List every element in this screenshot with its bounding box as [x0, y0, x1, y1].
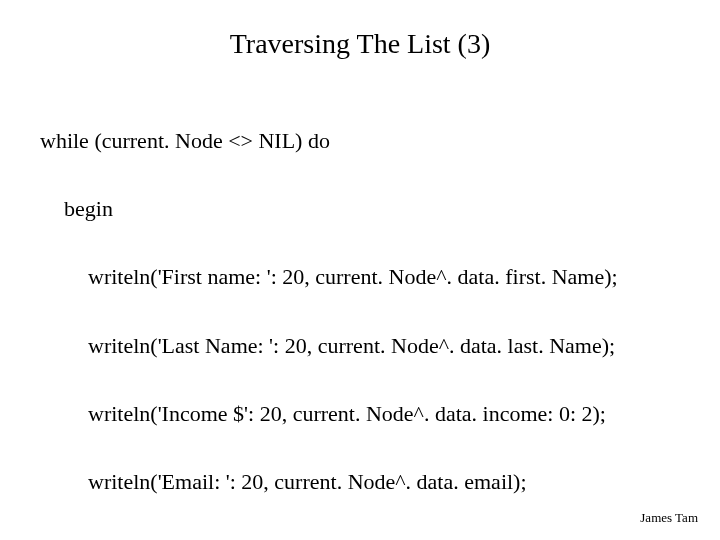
- code-line: writeln('Income $': 20, current. Node^. …: [40, 397, 680, 431]
- slide-title: Traversing The List (3): [0, 28, 720, 60]
- code-line: writeln('Last Name: ': 20, current. Node…: [40, 329, 680, 363]
- code-line: writeln('First name: ': 20, current. Nod…: [40, 260, 680, 294]
- code-line: writeln;: [40, 533, 680, 540]
- code-line: begin: [40, 192, 680, 226]
- code-line: writeln('Email: ': 20, current. Node^. d…: [40, 465, 680, 499]
- code-line: while (current. Node <> NIL) do: [40, 124, 680, 158]
- code-block: while (current. Node <> NIL) do begin wr…: [40, 90, 680, 540]
- footer-author: James Tam: [640, 510, 698, 526]
- slide: Traversing The List (3) while (current. …: [0, 0, 720, 540]
